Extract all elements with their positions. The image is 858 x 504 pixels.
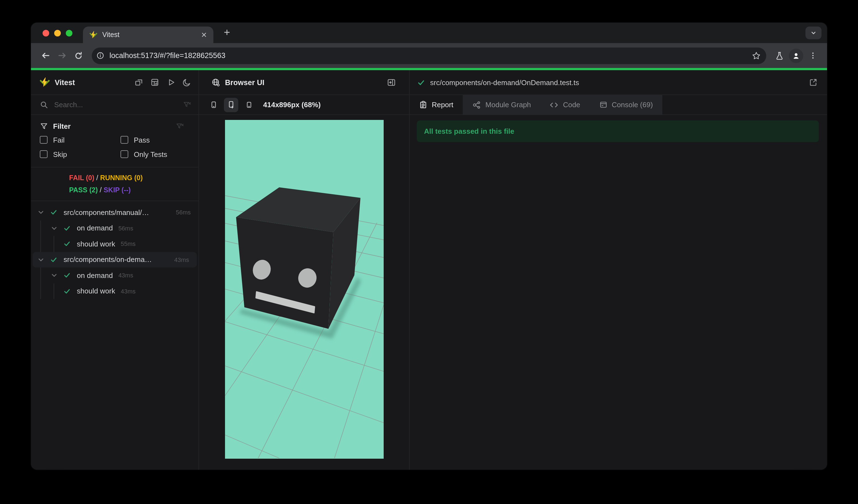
checkbox-label: Skip	[53, 150, 67, 158]
clear-search-filter-icon[interactable]	[183, 101, 191, 109]
banner-text: All tests passed in this file	[424, 127, 514, 135]
filter-section: Filter Fail Pass	[31, 115, 198, 167]
chevron-down-icon[interactable]	[36, 255, 45, 264]
pass-check-icon	[50, 209, 58, 216]
viewport-resolution-label: 414x896px (68%)	[263, 101, 321, 109]
tab-title: Vitest	[102, 31, 195, 39]
tree-row-file-selected[interactable]: src/components/on-dema… 43ms	[33, 252, 197, 267]
3d-scene-canvas	[225, 120, 383, 459]
forward-button[interactable]	[54, 47, 70, 64]
test-file-name: src/components/on-dema…	[64, 256, 152, 264]
browser-toolbar: localhost:5173/#/?file=1828625563	[31, 43, 827, 68]
device-phone-icon[interactable]	[206, 98, 221, 112]
new-tab-button[interactable]	[223, 28, 231, 36]
browser-menu-icon[interactable]	[804, 47, 821, 64]
collapse-panels-icon[interactable]	[134, 78, 143, 87]
report-panel: src/components/on-demand/OnDemand.test.t…	[410, 70, 827, 470]
search-row	[31, 95, 198, 115]
checkbox[interactable]	[40, 150, 48, 158]
stats-line-2: PASS (2) / SKIP (--)	[69, 184, 198, 196]
device-small-phone-icon[interactable]	[242, 98, 256, 112]
tab-console[interactable]: Console (69)	[590, 95, 662, 114]
back-button[interactable]	[37, 47, 54, 64]
file-header: src/components/on-demand/OnDemand.test.t…	[410, 70, 827, 95]
checkbox[interactable]	[40, 136, 48, 144]
preview-header: Browser UI	[199, 70, 409, 95]
device-phone-add-icon[interactable]	[224, 98, 238, 112]
window-controls	[43, 30, 73, 36]
pass-check-icon	[63, 240, 71, 248]
filter-title: Filter	[53, 122, 71, 130]
tab-code[interactable]: Code	[540, 95, 590, 114]
suite-name: on demand	[77, 224, 113, 232]
run-all-tests-icon[interactable]	[166, 78, 175, 87]
tab-report[interactable]: Report	[410, 95, 463, 114]
expand-panel-icon[interactable]	[387, 78, 396, 87]
tab-search-button[interactable]	[806, 27, 822, 39]
globe-icon	[211, 78, 220, 87]
filter-checkbox-skip[interactable]: Skip	[40, 147, 121, 161]
report-tab-bar: Report Module Graph Code Console (6	[410, 95, 827, 115]
close-window-button[interactable]	[43, 30, 49, 36]
dark-mode-toggle-icon[interactable]	[182, 78, 191, 87]
test-name: should work	[77, 287, 115, 295]
suite-name: on demand	[77, 271, 113, 280]
chevron-down-icon[interactable]	[36, 208, 45, 217]
checkbox[interactable]	[121, 150, 128, 158]
tab-label: Report	[432, 101, 453, 109]
browser-preview-viewport[interactable]	[225, 120, 383, 459]
minimize-window-button[interactable]	[54, 30, 61, 36]
app-title: Vitest	[55, 78, 75, 86]
search-input[interactable]	[53, 100, 178, 110]
open-file-path: src/components/on-demand/OnDemand.test.t…	[430, 78, 804, 86]
checkbox-label: Fail	[53, 136, 65, 144]
test-duration: 43ms	[174, 256, 197, 263]
vitest-logo-icon	[40, 77, 50, 87]
test-duration: 56ms	[118, 225, 133, 231]
browser-tab-strip: Vitest	[31, 23, 827, 43]
browser-tab[interactable]: Vitest	[83, 27, 213, 43]
clear-filters-icon[interactable]	[176, 122, 184, 130]
tab-module-graph[interactable]: Module Graph	[463, 95, 540, 114]
skip-count: SKIP (--)	[104, 186, 131, 194]
chevron-down-icon[interactable]	[50, 271, 59, 280]
preview-body	[199, 115, 409, 470]
fail-count: FAIL (0)	[69, 174, 94, 182]
test-summary-stats: FAIL (0) / RUNNING (0) PASS (2) / SKIP (…	[31, 167, 198, 201]
running-count: RUNNING (0)	[100, 174, 143, 182]
browser-preview-panel: Browser UI 414x896px (68%)	[199, 70, 410, 470]
tab-label: Module Graph	[486, 101, 531, 109]
url-text[interactable]: localhost:5173/#/?file=1828625563	[109, 51, 747, 60]
tree-row-test[interactable]: should work 55ms	[31, 236, 198, 252]
tree-row-file[interactable]: src/components/manual/… 56ms	[31, 205, 198, 220]
filter-checkbox-only-tests[interactable]: Only Tests	[121, 147, 198, 161]
pass-check-icon	[63, 224, 71, 232]
test-duration: 55ms	[121, 241, 136, 247]
open-external-icon[interactable]	[809, 78, 817, 87]
chevron-down-icon[interactable]	[50, 224, 59, 233]
zoom-window-button[interactable]	[66, 30, 73, 36]
checkbox[interactable]	[121, 136, 128, 144]
test-file-name: src/components/manual/…	[64, 208, 149, 217]
filter-checkbox-fail[interactable]: Fail	[40, 133, 121, 147]
dashboard-icon[interactable]	[150, 78, 159, 87]
checkbox-label: Only Tests	[134, 150, 167, 158]
funnel-icon	[40, 122, 48, 130]
tree-row-suite[interactable]: on demand 56ms	[31, 220, 198, 236]
tab-label: Console (69)	[612, 101, 653, 109]
checkbox-label: Pass	[134, 136, 150, 144]
test-progress-bar	[31, 68, 827, 70]
tree-row-suite[interactable]: on demand 43ms	[31, 267, 198, 283]
site-info-icon[interactable]	[96, 51, 105, 60]
pass-check-icon	[50, 256, 58, 264]
profile-avatar[interactable]	[788, 47, 804, 64]
tree-row-test[interactable]: should work 43ms	[31, 283, 198, 299]
filter-checkbox-pass[interactable]: Pass	[121, 133, 198, 147]
experiments-flask-icon[interactable]	[771, 47, 788, 64]
close-tab-icon[interactable]	[200, 31, 208, 39]
tab-label: Code	[563, 101, 580, 109]
device-toolbar: 414x896px (68%)	[199, 95, 409, 115]
bookmark-star-icon[interactable]	[752, 51, 761, 60]
reload-button[interactable]	[70, 47, 87, 64]
url-bar[interactable]: localhost:5173/#/?file=1828625563	[92, 47, 766, 64]
